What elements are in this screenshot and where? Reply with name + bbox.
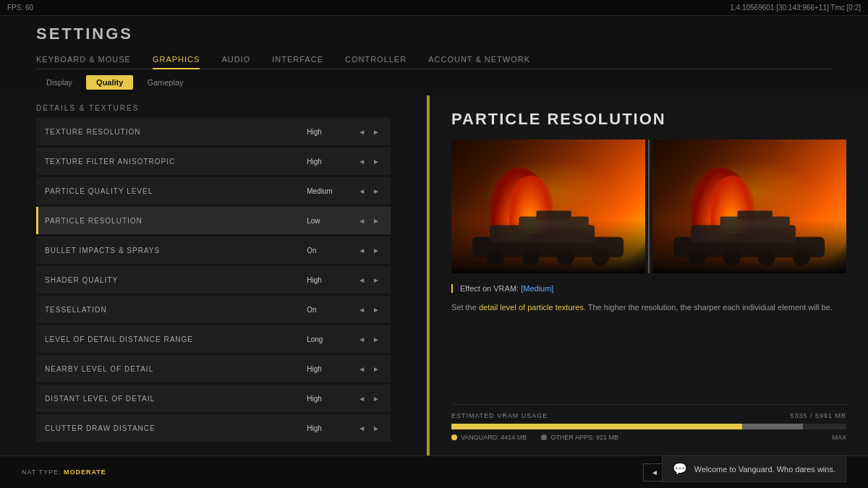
setting-texture-filter[interactable]: TEXTURE FILTER ANISOTROPIC High ◄ ► [36, 147, 391, 175]
arrow-right[interactable]: ► [370, 334, 382, 345]
arrow-right[interactable]: ► [370, 364, 382, 374]
setting-value: High [307, 128, 350, 136]
tab-account[interactable]: ACCOUNT & NETWORK [428, 51, 530, 69]
arrow-controls[interactable]: ◄ ► [356, 364, 382, 374]
tab-audio[interactable]: AUDIO [221, 51, 250, 69]
arrow-right[interactable]: ► [370, 186, 382, 197]
preview-title: PARTICLE RESOLUTION [451, 110, 846, 129]
legend-other: OTHER APPS: 921 MB [541, 434, 618, 441]
tab-keyboard[interactable]: KEYBOARD & MOUSE [36, 51, 131, 69]
setting-name: DISTANT LEVEL OF DETAIL [45, 395, 155, 403]
subtab-display[interactable]: Display [36, 75, 82, 90]
arrow-left[interactable]: ◄ [356, 127, 367, 137]
vram-header-value: 5335 / 5991 MB [790, 412, 846, 419]
arrow-controls[interactable]: ◄ ► [356, 127, 382, 137]
arrow-controls[interactable]: ◄ ► [356, 156, 382, 167]
setting-bullet-impacts[interactable]: BULLET IMPACTS & SPRAYS On ◄ ► [36, 236, 391, 264]
svg-point-13 [723, 248, 741, 265]
vram-legend: VANGUARD: 4414 MB OTHER APPS: 921 MB MAX [451, 434, 846, 441]
arrow-left[interactable]: ◄ [356, 423, 367, 434]
arrow-left[interactable]: ◄ [356, 364, 367, 374]
setting-value: High [307, 276, 350, 284]
settings-list: TEXTURE RESOLUTION High ◄ ► TEXTURE FILT… [0, 118, 427, 455]
arrow-controls[interactable]: ◄ ► [356, 245, 382, 256]
arrow-left[interactable]: ◄ [356, 245, 367, 256]
arrow-left[interactable]: ◄ [356, 215, 367, 226]
arrow-left[interactable]: ◄ [356, 186, 367, 197]
arrow-right[interactable]: ► [370, 156, 382, 167]
arrow-controls[interactable]: ◄ ► [356, 215, 382, 226]
setting-distant-lod[interactable]: DISTANT LEVEL OF DETAIL High ◄ ► [36, 385, 391, 412]
arrow-controls[interactable]: ◄ ► [356, 423, 382, 434]
setting-value: Low [307, 217, 350, 225]
arrow-controls[interactable]: ◄ ► [356, 304, 382, 315]
svg-point-7 [592, 248, 609, 265]
svg-point-5 [522, 248, 540, 265]
setting-particle-quality[interactable]: PARTICLE QUALITY LEVEL Medium ◄ ► [36, 177, 391, 205]
arrow-controls[interactable]: ◄ ► [356, 393, 382, 404]
vanguard-label: VANGUARD: 4414 MB [461, 434, 527, 441]
arrow-left[interactable]: ◄ [356, 304, 367, 315]
legend-dot-vanguard [451, 435, 457, 440]
arrow-right[interactable]: ► [370, 215, 382, 226]
setting-name: CLUTTER DRAW DISTANCE [45, 424, 156, 432]
arrow-right[interactable]: ► [370, 393, 382, 404]
setting-shader-quality[interactable]: SHADER QUALITY High ◄ ► [36, 266, 391, 294]
arrow-left[interactable]: ◄ [356, 275, 367, 286]
tab-interface[interactable]: INTERFACE [272, 51, 323, 69]
legend-vanguard: VANGUARD: 4414 MB [451, 434, 527, 441]
setting-name: NEARBY LEVEL OF DETAIL [45, 365, 153, 373]
preview-panel: PARTICLE RESOLUTION [430, 95, 868, 455]
vram-other-fill [742, 424, 803, 429]
tab-controller[interactable]: CONTROLLER [345, 51, 407, 69]
scroll-indicator [427, 95, 430, 455]
arrow-controls[interactable]: ◄ ► [356, 186, 382, 197]
setting-value: Long [307, 335, 350, 343]
chat-notification: 💬 Welcome to Vanguard. Who dares wins. [662, 455, 846, 482]
setting-value: Medium [307, 187, 350, 195]
other-label: OTHER APPS: 921 MB [550, 434, 618, 441]
arrow-left[interactable]: ◄ [356, 334, 367, 345]
setting-tessellation[interactable]: TESSELLATION On ◄ ► [36, 296, 391, 323]
vram-vanguard-fill [451, 424, 742, 429]
setting-name: TESSELLATION [45, 306, 107, 314]
legend-dot-other [541, 435, 547, 440]
nat-type-info: NAT TYPE: MODERATE [22, 468, 106, 476]
svg-point-12 [689, 248, 706, 265]
tab-graphics[interactable]: GRAPHICS [153, 51, 200, 69]
arrow-right[interactable]: ► [370, 275, 382, 286]
arrow-controls[interactable]: ◄ ► [356, 275, 382, 286]
setting-value: High [307, 158, 350, 166]
arrow-controls[interactable]: ◄ ► [356, 334, 382, 345]
arrow-right[interactable]: ► [370, 245, 382, 256]
back-arrow-icon: ◄ [651, 468, 659, 476]
setting-name: BULLET IMPACTS & SPRAYS [45, 247, 160, 254]
desc-after: . The higher the resolution, the sharper… [584, 303, 833, 312]
setting-value: On [307, 306, 350, 314]
arrow-left[interactable]: ◄ [356, 156, 367, 167]
vram-label: Effect on VRAM: [460, 284, 519, 293]
setting-value: On [307, 247, 350, 254]
setting-particle-resolution[interactable]: PARTICLE RESOLUTION Low ◄ ► [36, 207, 391, 234]
setting-clutter-draw[interactable]: CLUTTER DRAW DISTANCE High ◄ ► [36, 414, 391, 442]
setting-texture-resolution[interactable]: TEXTURE RESOLUTION High ◄ ► [36, 118, 391, 145]
setting-name: TEXTURE FILTER ANISOTROPIC [45, 158, 175, 166]
nat-label: NAT TYPE: MODERATE [22, 468, 106, 476]
arrow-right[interactable]: ► [370, 304, 382, 315]
subtab-gameplay[interactable]: Gameplay [137, 75, 193, 90]
arrow-left[interactable]: ◄ [356, 393, 367, 404]
setting-lod-range[interactable]: LEVEL OF DETAIL DISTANCE RANGE Long ◄ ► [36, 325, 391, 353]
preview-image-right [652, 140, 846, 273]
setting-nearby-lod[interactable]: NEARBY LEVEL OF DETAIL High ◄ ► [36, 355, 391, 382]
image-divider [648, 140, 650, 273]
preview-image-left [451, 140, 645, 273]
subtab-quality[interactable]: Quality [86, 75, 133, 90]
version-info: 1.4.10569601 [30:143:966+11] Tmc [0:2] [730, 4, 861, 12]
setting-name: PARTICLE RESOLUTION [45, 217, 142, 225]
arrow-right[interactable]: ► [370, 423, 382, 434]
svg-rect-3 [537, 210, 571, 219]
nat-value: MODERATE [64, 468, 106, 476]
vram-value: [Medium] [521, 284, 553, 293]
preview-images [451, 140, 846, 273]
arrow-right[interactable]: ► [370, 127, 382, 137]
